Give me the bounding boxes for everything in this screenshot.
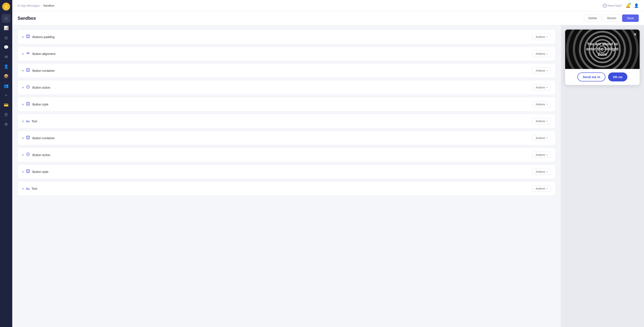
actions-button-button-style-2[interactable]: Actions ▾ <box>532 169 551 175</box>
svg-rect-5 <box>26 68 30 72</box>
app-logo: 🌟 <box>2 3 10 10</box>
actions-button-button-container-1[interactable]: Actions ▾ <box>532 67 551 74</box>
row-left: ▾ Button action <box>22 152 50 158</box>
actions-button-button-alignment[interactable]: Actions ▾ <box>532 50 551 57</box>
preview-send-me-in-button[interactable]: Send me in <box>578 72 606 81</box>
chevron-down-icon[interactable]: ▾ <box>22 103 24 106</box>
actions-button-button-action-1[interactable]: Actions ▾ <box>532 84 551 91</box>
svg-rect-6 <box>27 69 29 71</box>
actions-button-button-container-2[interactable]: Actions ▾ <box>532 135 551 141</box>
actions-button-buttons-padding[interactable]: Actions ▾ <box>532 34 551 40</box>
actions-button-button-action-2[interactable]: Actions ▾ <box>532 152 551 158</box>
actions-label: Actions <box>536 119 545 123</box>
row-label-buttons-padding: Buttons padding <box>32 35 54 39</box>
actions-button-text-1[interactable]: Actions ▾ <box>532 118 551 124</box>
svg-rect-14 <box>27 170 29 172</box>
revert-button[interactable]: Revert <box>603 14 620 22</box>
actions-button-button-style-1[interactable]: Actions ▾ <box>532 101 551 107</box>
chevron-down-icon: ▾ <box>546 187 548 190</box>
chevron-down-icon: ▾ <box>546 120 548 123</box>
row-text-2: ▾ Aa Text Actions ▾ <box>18 181 556 196</box>
svg-rect-13 <box>26 170 30 173</box>
chevron-down-icon: ▾ <box>546 170 548 173</box>
chevron-down-icon[interactable]: ▾ <box>22 35 24 39</box>
row-left: ▾ Buttons padding <box>22 34 54 40</box>
sidebar-item-settings[interactable]: ⚙ <box>2 120 10 129</box>
notification-icon[interactable]: 🔔 <box>626 3 630 8</box>
chevron-down-icon[interactable]: ▾ <box>22 69 24 72</box>
row-button-style-1: ▾ Button style Actions ▾ <box>18 97 556 112</box>
user-avatar-icon[interactable]: 👤 <box>634 3 639 8</box>
delete-button[interactable]: Delete <box>584 14 601 22</box>
actions-label: Actions <box>536 136 545 140</box>
preview-close-icon[interactable]: ✕ <box>633 32 637 37</box>
row-button-alignment: ▾ Button alignment Actions ▾ <box>18 46 556 61</box>
breadcrumb-separator: / <box>41 4 42 7</box>
row-label-text-2: Text <box>32 187 37 190</box>
page-title: Sandbox <box>18 16 36 21</box>
page-actions: Delete Revert Save <box>584 14 639 22</box>
actions-label: Actions <box>536 69 545 72</box>
preview-title: You are about to enter the Twilight Zone <box>584 41 621 57</box>
box-icon <box>26 68 30 73</box>
chevron-down-icon[interactable]: ▾ <box>22 136 24 140</box>
row-label-text-1: Text <box>32 119 37 123</box>
actions-label: Actions <box>536 153 545 156</box>
chevron-down-icon[interactable]: ▾ <box>22 153 24 157</box>
help-link[interactable]: ? Need help? <box>603 4 622 8</box>
sidebar-item-audience[interactable]: 👥 <box>2 81 10 90</box>
sidebar-item-billing[interactable]: 💳 <box>2 101 10 109</box>
row-button-container-1: ▾ Button container Actions ▾ <box>18 63 556 78</box>
row-left: ▾ Button container <box>22 68 55 73</box>
row-left: ▾ Button style <box>22 102 48 107</box>
row-left: ▾ Button alignment <box>22 51 56 56</box>
sidebar-item-email[interactable]: ✉ <box>2 52 10 61</box>
topbar: In-App Messages / Sandbox ? Need help? 🔔… <box>12 0 644 11</box>
help-icon: ? <box>603 4 607 8</box>
sidebar-item-lists[interactable]: ☰ <box>2 110 10 119</box>
breadcrumb: In-App Messages / Sandbox <box>18 4 54 7</box>
actions-label: Actions <box>536 52 545 55</box>
sidebar: 🌟 ⊙ 📊 ◎ 💬 ✉ 👤 📦 👥 + 💳 ☰ ⚙ <box>0 0 12 327</box>
preview-oh-no-button[interactable]: Oh no <box>608 72 627 81</box>
breadcrumb-current: Sandbox <box>43 4 54 7</box>
row-button-action-1: ▾ Button action Actions ▾ <box>18 80 556 95</box>
sidebar-item-analytics[interactable]: 📊 <box>2 24 10 32</box>
text-icon: Aa <box>26 187 29 190</box>
chevron-down-icon[interactable]: ▾ <box>22 119 24 123</box>
chevron-down-icon[interactable]: ▾ <box>22 86 24 89</box>
row-label-button-style-1: Button style <box>32 103 48 106</box>
style-icon <box>26 102 30 107</box>
actions-button-text-2[interactable]: Actions ▾ <box>532 185 551 192</box>
breadcrumb-parent[interactable]: In-App Messages <box>18 4 40 7</box>
svg-rect-8 <box>26 102 30 105</box>
sidebar-item-add[interactable]: + <box>2 91 10 100</box>
row-text-1: ▾ Aa Text Actions ▾ <box>18 114 556 128</box>
row-button-container-2: ▾ Button container Actions ▾ <box>18 131 556 145</box>
row-left: ▾ Button style <box>22 169 48 174</box>
sidebar-item-packages[interactable]: 📦 <box>2 72 10 80</box>
save-button[interactable]: Save <box>622 14 639 22</box>
chevron-down-icon: ▾ <box>546 86 548 89</box>
sidebar-item-messages[interactable]: 💬 <box>2 43 10 52</box>
chevron-down-icon[interactable]: ▾ <box>22 170 24 174</box>
row-label-button-action-1: Button action <box>32 86 50 89</box>
chevron-down-icon: ▾ <box>546 35 548 38</box>
content: ▾ Buttons padding Actions ▾ <box>12 25 644 327</box>
help-label: Need help? <box>608 4 622 7</box>
box-icon <box>26 135 30 141</box>
chevron-down-icon[interactable]: ▾ <box>22 52 24 56</box>
actions-label: Actions <box>536 35 545 38</box>
sidebar-item-users[interactable]: 👤 <box>2 62 10 71</box>
row-left: ▾ Button container <box>22 135 55 141</box>
actions-label: Actions <box>536 86 545 89</box>
chevron-down-icon: ▾ <box>546 69 548 72</box>
row-button-action-2: ▾ Button action Actions ▾ <box>18 148 556 162</box>
sidebar-item-dashboard[interactable]: ⊙ <box>2 14 10 23</box>
chevron-down-icon[interactable]: ▾ <box>22 187 24 190</box>
page: Sandbox Delete Revert Save ▾ <box>12 11 644 327</box>
svg-rect-11 <box>27 137 29 138</box>
row-label-button-style-2: Button style <box>32 170 48 174</box>
sidebar-item-targeting[interactable]: ◎ <box>2 33 10 42</box>
box-icon <box>26 34 30 40</box>
